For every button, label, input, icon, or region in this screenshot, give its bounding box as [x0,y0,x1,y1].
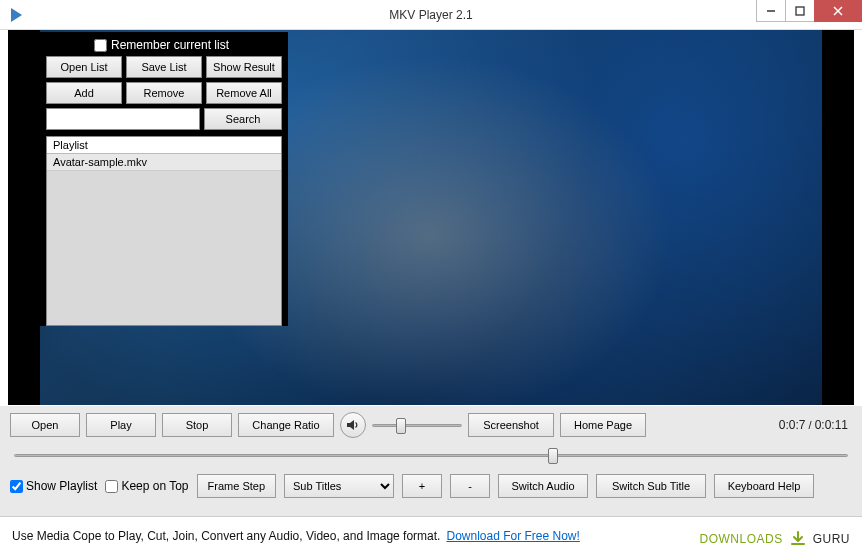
video-area[interactable]: Remember current list Open List Save Lis… [8,30,854,405]
svg-rect-2 [796,7,804,15]
volume-thumb[interactable] [396,418,406,434]
volume-icon[interactable] [340,412,366,438]
window-title: MKV Player 2.1 [0,8,862,22]
watermark-part2: GURU [813,532,850,546]
remember-list-label: Remember current list [111,38,229,52]
open-list-button[interactable]: Open List [46,56,122,78]
remove-all-button[interactable]: Remove All [206,82,282,104]
subtitle-plus-button[interactable]: + [402,474,442,498]
watermark-part1: DOWNLOADS [699,532,782,546]
remember-list-checkbox[interactable]: Remember current list [94,38,282,52]
show-result-button[interactable]: Show Result [206,56,282,78]
time-total: 0:0:11 [815,418,848,432]
playlist-listbox[interactable]: Playlist Avatar-sample.mkv [46,136,282,326]
show-playlist-label: Show Playlist [26,479,97,493]
show-playlist-input[interactable] [10,480,23,493]
keep-on-top-input[interactable] [105,480,118,493]
home-page-button[interactable]: Home Page [560,413,646,437]
titlebar: MKV Player 2.1 [0,0,862,30]
show-playlist-checkbox[interactable]: Show Playlist [10,479,97,493]
switch-subtitle-button[interactable]: Switch Sub Title [596,474,706,498]
search-button[interactable]: Search [204,108,282,130]
seek-slider[interactable] [14,446,848,464]
controls-panel: Open Play Stop Change Ratio Screenshot H… [0,406,862,516]
footer-bar: Use Media Cope to Play, Cut, Join, Conve… [0,516,862,555]
frame-step-button[interactable]: Frame Step [197,474,276,498]
seek-track [14,454,848,457]
svg-marker-0 [11,8,22,22]
screenshot-button[interactable]: Screenshot [468,413,554,437]
download-icon [789,530,807,548]
app-icon [6,5,26,25]
remember-list-input[interactable] [94,39,107,52]
minimize-button[interactable] [756,0,786,22]
letterbox-left [8,30,40,405]
time-current: 0:0:7 [779,418,806,432]
playlist-item[interactable]: Avatar-sample.mkv [47,154,281,171]
play-button[interactable]: Play [86,413,156,437]
close-button[interactable] [814,0,862,22]
maximize-button[interactable] [785,0,815,22]
subtitle-minus-button[interactable]: - [450,474,490,498]
volume-slider[interactable] [372,416,462,434]
switch-audio-button[interactable]: Switch Audio [498,474,588,498]
footer-text: Use Media Cope to Play, Cut, Join, Conve… [12,529,440,543]
svg-marker-5 [347,420,354,430]
playlist-header: Playlist [47,137,281,154]
playlist-panel: Remember current list Open List Save Lis… [40,32,288,326]
remove-button[interactable]: Remove [126,82,202,104]
keep-on-top-label: Keep on Top [121,479,188,493]
volume-track [372,424,462,427]
search-input[interactable] [46,108,200,130]
save-list-button[interactable]: Save List [126,56,202,78]
keep-on-top-checkbox[interactable]: Keep on Top [105,479,188,493]
letterbox-right [822,30,854,405]
add-button[interactable]: Add [46,82,122,104]
seek-thumb[interactable] [548,448,558,464]
keyboard-help-button[interactable]: Keyboard Help [714,474,814,498]
stop-button[interactable]: Stop [162,413,232,437]
subtitles-select[interactable]: Sub Titles [284,474,394,498]
watermark: DOWNLOADS GURU [699,530,850,548]
time-display: 0:0:7 / 0:0:11 [779,418,852,432]
change-ratio-button[interactable]: Change Ratio [238,413,334,437]
open-button[interactable]: Open [10,413,80,437]
footer-link[interactable]: Download For Free Now! [446,529,579,543]
